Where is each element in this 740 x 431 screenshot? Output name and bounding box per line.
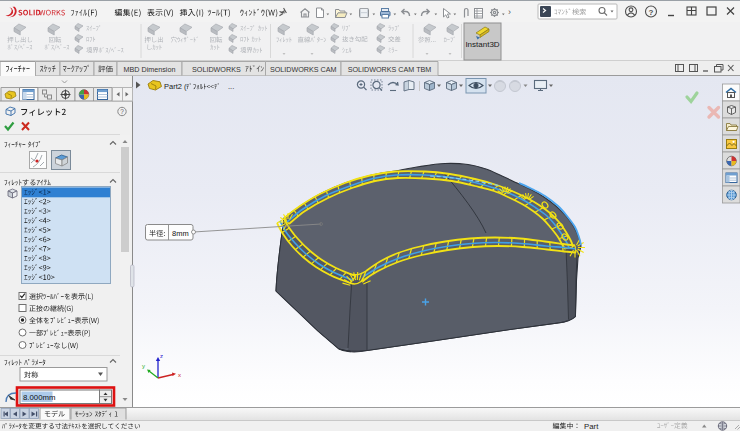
svg-text:›: › — [508, 7, 511, 17]
svg-text:SOLIDWORKS CAM: SOLIDWORKS CAM — [270, 65, 337, 74]
svg-text:Instant3D: Instant3D — [465, 40, 499, 49]
svg-text:z: z — [160, 353, 163, 359]
svg-text:Part2 (: Part2 ( — [164, 82, 187, 91]
svg-text:SOLIDWORKS: SOLIDWORKS — [192, 65, 241, 74]
svg-text:8.000mm: 8.000mm — [23, 393, 56, 402]
svg-text:8mm: 8mm — [172, 229, 189, 238]
svg-text:Part: Part — [584, 422, 599, 431]
svg-text:?: ? — [120, 108, 124, 115]
svg-text:y: y — [142, 363, 145, 369]
svg-text:...: ... — [228, 82, 234, 91]
svg-text:MBD Dimension: MBD Dimension — [124, 65, 176, 74]
svg-text:SOLIDWORKS CAM TBM: SOLIDWORKS CAM TBM — [348, 65, 432, 74]
svg-text:x: x — [178, 372, 181, 378]
svg-text:?: ? — [649, 8, 654, 17]
